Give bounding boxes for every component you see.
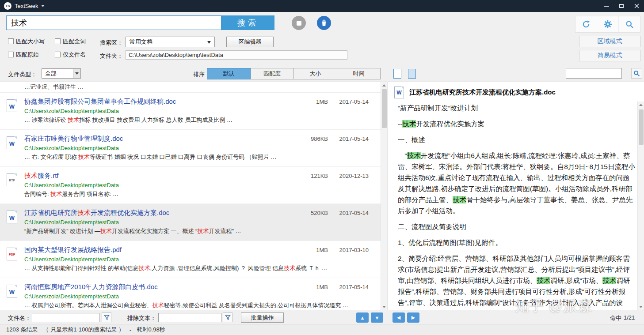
scroll-up-icon[interactable] <box>638 102 644 108</box>
checkbox-label: 匹配全词 <box>63 38 86 45</box>
new-file-icon[interactable] <box>393 69 401 79</box>
simple-mode-button[interactable]: 简易模式 <box>579 50 640 61</box>
refresh-icon <box>582 20 591 29</box>
result-size: 1MB <box>301 98 328 105</box>
region-mode-button[interactable]: 区域模式 <box>579 36 640 47</box>
file-type-icon: PDF <box>7 248 17 260</box>
preview-paragraph: 二、流程图及简要说明 <box>398 221 636 232</box>
result-filename: 技术服务.rtf <box>24 172 301 180</box>
file-type-icon: W <box>7 99 17 112</box>
trash-icon <box>321 19 327 26</box>
checkbox-icon <box>8 52 14 57</box>
chevron-down-icon[interactable] <box>41 5 45 9</box>
scroll-down-icon[interactable] <box>381 304 387 310</box>
zone-select[interactable]: 常用文档 <box>126 37 215 47</box>
gear-icon <box>603 20 612 29</box>
zone-label: 搜索区： <box>100 39 123 47</box>
result-row[interactable]: W 河南恒辉房地产2010年人力资源部白皮书.doc 1MB 2017-05-1… <box>0 278 387 310</box>
sort-button-group: 默认 匹配度 大小 时间 <box>207 68 381 79</box>
filename-filter-button[interactable] <box>102 312 111 322</box>
clear-results-button[interactable] <box>317 16 331 30</box>
chevron-down-icon <box>207 41 211 45</box>
zone-editor-button[interactable]: 区编辑器 <box>226 37 274 47</box>
sort-default-button[interactable]: 默认 <box>207 68 251 79</box>
right-arrow-icon: ▶ <box>412 315 415 320</box>
results-scrollbar[interactable] <box>381 82 387 310</box>
minimize-button[interactable] <box>599 0 614 12</box>
result-snippet: … 右: 文化程度 职称 技术等级证书 婚姻 状况 口未婚 口已婚 口离异 口丧… <box>24 153 369 161</box>
funnel-icon <box>225 315 231 320</box>
scroll-up-icon[interactable] <box>381 82 387 89</box>
prev-hit-button[interactable]: ◀ <box>392 312 405 323</box>
match-whole-word-checkbox[interactable]: 匹配全词 <box>55 38 86 45</box>
folder-path-field[interactable]: C:\Users\zola\Desktop\temp\testData <box>126 50 347 60</box>
result-snippet-partial: …记业况、书籍注生 … <box>0 82 387 93</box>
result-size: 121KB <box>301 173 328 179</box>
bottom-toolbar: 文件名： 排除文本： 批量操作 ▲ ▼ ◀ ▶ 命中 1/21 <box>0 310 644 324</box>
app-title: TextSeek <box>15 3 38 9</box>
folder-label: 文件夹： <box>100 52 123 60</box>
scrollbar-thumb[interactable] <box>382 89 387 128</box>
close-button[interactable] <box>629 0 644 12</box>
advanced-search-button[interactable] <box>619 16 640 32</box>
preview-paragraph: “技术开发流程”小组由6人组成,组长:陈靖,流程经理:张惠玲,成员:王家祥、蔡雷… <box>398 150 636 216</box>
result-row[interactable]: W 石家庄市唯美行物业管理制度.doc 986KB 2017-05-14 C:\… <box>0 130 387 167</box>
exclude-text-label: 排除文本： <box>127 314 156 322</box>
batch-operations-button[interactable]: 批量操作 <box>241 312 284 323</box>
chevron-down-icon <box>73 69 80 78</box>
result-row[interactable]: RTF 技术服务.rtf 121KB 2020-12-13 C:\Users\z… <box>0 167 387 204</box>
preview-scrollbar[interactable] <box>637 102 644 310</box>
file-type-icon: W <box>7 285 17 297</box>
exclude-text-input[interactable] <box>158 313 221 322</box>
result-snippet: … 从支持性职能部门得到针对性 的帮助(信息技术,人力资源 ,管理信息系统,风险… <box>24 264 369 272</box>
refresh-button[interactable] <box>575 16 597 32</box>
sort-relevance-button[interactable]: 匹配度 <box>250 68 294 79</box>
match-raw-checkbox[interactable]: 匹配原始 <box>8 51 39 58</box>
checkbox-label: 仅文件名 <box>63 51 86 59</box>
results-note: （ 只显示前1-100的搜索结果 ） <box>43 326 124 334</box>
search-input[interactable] <box>6 15 221 30</box>
elapsed-time: 耗时0.98秒 <box>137 326 165 334</box>
preview-body: “新产品研制开发”改进计划--技术开发流程优化实施方案一、概述 “技术开发流程”… <box>398 102 636 308</box>
sort-size-button[interactable]: 大小 <box>293 68 337 79</box>
filetype-select[interactable]: 全部 <box>42 68 81 79</box>
next-hit-button[interactable]: ▶ <box>407 312 419 323</box>
result-row[interactable]: PDF 国内某大型银行发展战略报告.pdf 1MB 2017-03-10 C:\… <box>0 241 387 278</box>
app-logo-icon: TS <box>4 2 11 10</box>
result-snippet: 合同编号: 技术服务合同 项目名称: … <box>24 190 369 198</box>
result-size: 1MB <box>301 247 328 253</box>
result-row[interactable]: W 协鑫集团控股有限公司集团董事会工作规则终稿.doc 1MB 2017-05-… <box>0 93 387 130</box>
result-snippet: … 权属归公司所有。若因本人泄漏公司商业秘密、技术秘密等,致使公司利益 及名誉受… <box>24 301 369 309</box>
next-result-button[interactable]: ▼ <box>371 312 383 323</box>
exclude-filter-button[interactable] <box>223 312 232 322</box>
title-bar-left: TS TextSeek <box>0 2 45 10</box>
scrollbar-thumb[interactable] <box>639 109 644 145</box>
scroll-down-icon[interactable] <box>638 304 644 310</box>
sort-time-button[interactable]: 时间 <box>337 68 381 79</box>
preview-paragraph: --技术开发流程优化实施方案 <box>398 118 636 129</box>
down-arrow-icon: ▼ <box>375 315 380 320</box>
result-row[interactable]: W 江苏省机电研究所技术开发流程优化实施方案.doc 520KB 2017-05… <box>0 204 387 241</box>
preview-panel: W 江苏省机电研究所技术开发流程优化实施方案.doc “新产品研制开发”改进计划… <box>388 82 644 310</box>
settings-button[interactable] <box>597 16 619 32</box>
preview-search-button[interactable] <box>631 68 642 79</box>
result-date: 2017-05-14 <box>328 284 369 290</box>
prev-result-button[interactable]: ▲ <box>356 312 369 323</box>
filename-filter-input[interactable] <box>32 313 99 322</box>
search-button[interactable]: 搜索 <box>221 15 274 30</box>
stop-button[interactable] <box>292 16 306 30</box>
preview-header: W 江苏省机电研究所技术开发流程优化实施方案.doc <box>394 87 631 98</box>
filename-only-checkbox[interactable]: 仅文件名 <box>55 51 86 58</box>
file-type-icon: W <box>7 136 17 149</box>
result-snippet: … 涉案法律诉讼 技术指标 技改项目 技改费用 人力指标 总人数 员工构成及比例… <box>24 116 369 124</box>
maximize-button[interactable] <box>614 0 629 12</box>
zone-value: 常用文档 <box>130 38 152 46</box>
filename-filter-label: 文件名： <box>8 314 31 322</box>
window-controls <box>599 0 644 12</box>
toolbar-icon-group <box>575 16 640 33</box>
preview-search-input[interactable] <box>566 68 622 79</box>
results-panel: …记业况、书籍注生 … W 协鑫集团控股有限公司集团董事会工作规则终稿.doc … <box>0 82 387 310</box>
word-doc-icon: W <box>394 87 404 98</box>
copy-file-icon[interactable] <box>408 69 416 79</box>
match-case-checkbox[interactable]: 匹配大小写 <box>8 38 45 45</box>
